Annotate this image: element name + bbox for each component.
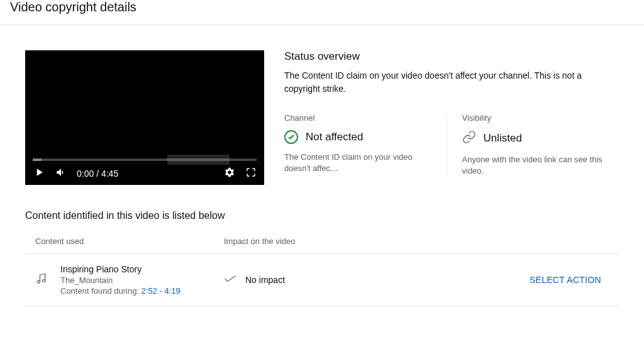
impact-cell: No impact [224, 274, 522, 286]
content-identified-section: Content identified in this video is list… [0, 210, 644, 331]
play-icon[interactable] [33, 166, 45, 181]
content-info: Inspiring Piano Story The_Mountain Conte… [60, 264, 224, 296]
content-duration: Content found during: 2:52 - 4:19 [60, 286, 224, 296]
svg-point-0 [37, 281, 40, 283]
progress-fill [33, 158, 42, 161]
content-title: Inspiring Piano Story [60, 264, 224, 274]
visibility-value: Unlisted [484, 132, 522, 145]
table-row: Inspiring Piano Story The_Mountain Conte… [25, 253, 619, 306]
channel-status-card: Channel Not affected The Content ID clai… [284, 113, 447, 177]
content-artist: The_Mountain [60, 275, 224, 285]
channel-label: Channel [284, 113, 431, 123]
impact-text: No impact [245, 275, 285, 285]
video-player[interactable]: 0:00 / 4:45 [25, 50, 264, 185]
col-content-used: Content used [35, 236, 224, 246]
progress-bar[interactable] [33, 158, 257, 161]
content-section-title: Content identified in this video is list… [25, 210, 619, 221]
channel-description: The Content ID claim on your video doesn… [284, 152, 431, 174]
page-title: Video copyright details [10, 0, 634, 14]
svg-point-1 [43, 279, 45, 282]
check-icon [224, 274, 236, 286]
status-title: Status overview [284, 50, 619, 63]
visibility-label: Visibility [462, 113, 609, 123]
duration-time-link[interactable]: 2:52 - 4:19 [142, 286, 180, 296]
main-content: 0:00 / 4:45 Status overview The Content … [0, 25, 644, 210]
channel-value: Not affected [306, 131, 363, 143]
settings-icon[interactable] [224, 167, 235, 181]
status-overview: Status overview The Content ID claim on … [284, 50, 619, 185]
player-controls: 0:00 / 4:45 [25, 162, 264, 185]
volume-icon[interactable] [55, 167, 67, 181]
link-icon [462, 130, 476, 147]
visibility-status-card: Visibility Unlisted Anyone with the vide… [447, 113, 619, 177]
duration-prefix: Content found during: [60, 286, 142, 296]
fullscreen-icon[interactable] [245, 167, 257, 181]
visibility-description: Anyone with the video link can see this … [462, 154, 609, 177]
status-description: The Content ID claim on your video doesn… [284, 69, 619, 96]
select-action-button[interactable]: SELECT ACTION [522, 270, 609, 290]
music-note-icon [35, 272, 50, 287]
col-impact: Impact on the video [224, 236, 609, 246]
page-header: Video copyright details [0, 0, 644, 25]
columns-header: Content used Impact on the video [25, 236, 619, 253]
status-cards: Channel Not affected The Content ID clai… [284, 113, 619, 177]
player-time: 0:00 / 4:45 [77, 169, 118, 179]
check-circle-icon [284, 130, 298, 144]
